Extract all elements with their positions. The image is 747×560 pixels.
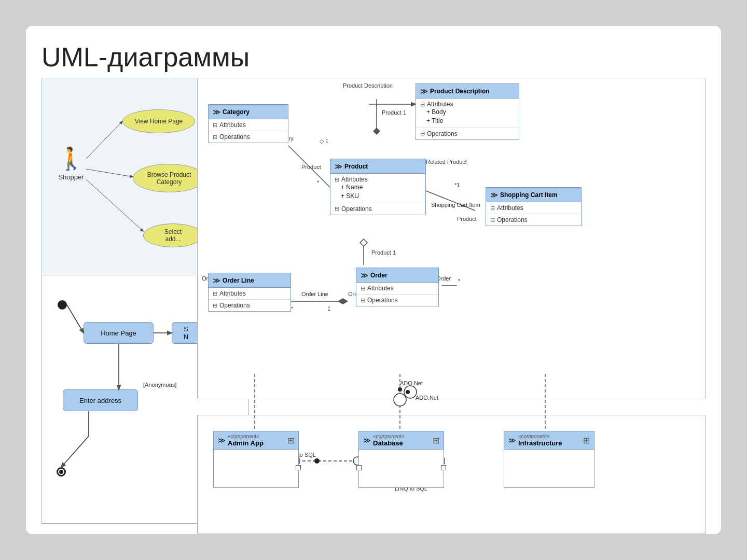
port-square: [296, 465, 301, 470]
svg-text:*: *: [458, 278, 461, 284]
svg-marker-28: [360, 239, 367, 246]
actor-icon: 🚶: [58, 146, 85, 171]
actor: 🚶 Shopper: [58, 146, 85, 181]
svg-line-2: [86, 179, 143, 231]
usecase-oval-2: Browse ProductCategory: [133, 164, 205, 192]
uml-class-category: ≫ Category ⊟ Attributes ⊟ Operations: [208, 104, 288, 143]
anonymous-label: [Anonymous]: [143, 382, 176, 388]
diagrams-area: 🚶 Shopper View Home Page Browse ProductC…: [42, 78, 706, 519]
svg-text:Related Product: Related Product: [426, 159, 467, 165]
svg-text:◇ 1: ◇ 1: [320, 138, 328, 144]
uml-class-product-description: ≫ Product Description ⊟ Attributes + Bod…: [416, 83, 519, 140]
svg-line-7: [61, 436, 89, 467]
port-square-right: [441, 465, 446, 470]
svg-text:Product 1: Product 1: [382, 109, 406, 116]
uml-class-product: ≫ Product ⊟ Attributes + Name + SKU ⊟ Op…: [330, 159, 426, 215]
port-square: [356, 465, 362, 470]
svg-line-1: [86, 169, 133, 177]
svg-line-15: [288, 146, 330, 187]
svg-text:Product: Product: [301, 164, 321, 170]
svg-text:*: *: [291, 305, 294, 312]
state-box-sn: SN: [172, 322, 200, 344]
component-infrastructure: ≫ «component» Infrastructure ⊞: [504, 431, 594, 488]
svg-text:Product: Product: [457, 216, 477, 222]
svg-line-3: [67, 305, 84, 333]
component-admin-app: ≫ «component» Admin App ⊞: [213, 431, 299, 488]
svg-marker-20: [373, 128, 380, 135]
main-container: UML-диаграммы 🚶 Shopper View Home Page B…: [26, 26, 721, 534]
component-diagram: ADO.Net ADO.Net LINQ to SQL LINQ to SQL: [197, 415, 706, 534]
page-title: UML-диаграммы: [42, 41, 706, 73]
uml-class-order-line: ≫ Order Line ⊟ Attributes ⊟ Operations: [208, 273, 291, 312]
end-dot: [57, 467, 66, 477]
svg-text:Order Line: Order Line: [301, 291, 328, 297]
svg-text:1: 1: [327, 305, 330, 312]
uml-class-shopping-cart-item: ≫ Shopping Cart Item ⊟ Attributes ⊟ Oper…: [486, 187, 582, 226]
svg-text:Product 1: Product 1: [371, 249, 396, 256]
uml-class-order: ≫ Order ⊟ Attributes ⊟ Operations: [356, 268, 439, 306]
class-diagram: Product Description * Category ◇ 1 Produ…: [197, 78, 706, 399]
svg-point-53: [314, 458, 320, 464]
svg-line-22: [423, 190, 475, 211]
usecase-oval-1: View Home Page: [122, 109, 195, 133]
svg-text:Product Description: Product Description: [343, 82, 393, 89]
svg-text:*: *: [317, 179, 320, 186]
svg-marker-35: [338, 298, 348, 304]
state-box-homepage: Home Page: [84, 322, 154, 344]
actor-label: Shopper: [58, 173, 85, 181]
svg-line-0: [86, 121, 122, 159]
component-database: ≫ «component» Database ⊞: [358, 431, 444, 488]
svg-text:Shopping Cart Item: Shopping Cart Item: [431, 202, 480, 208]
svg-text:*1: *1: [454, 182, 460, 188]
start-dot: [58, 300, 67, 310]
usecase-oval-3: Selectadd...: [143, 223, 203, 247]
state-box-enteraddress: Enter address: [63, 389, 138, 411]
